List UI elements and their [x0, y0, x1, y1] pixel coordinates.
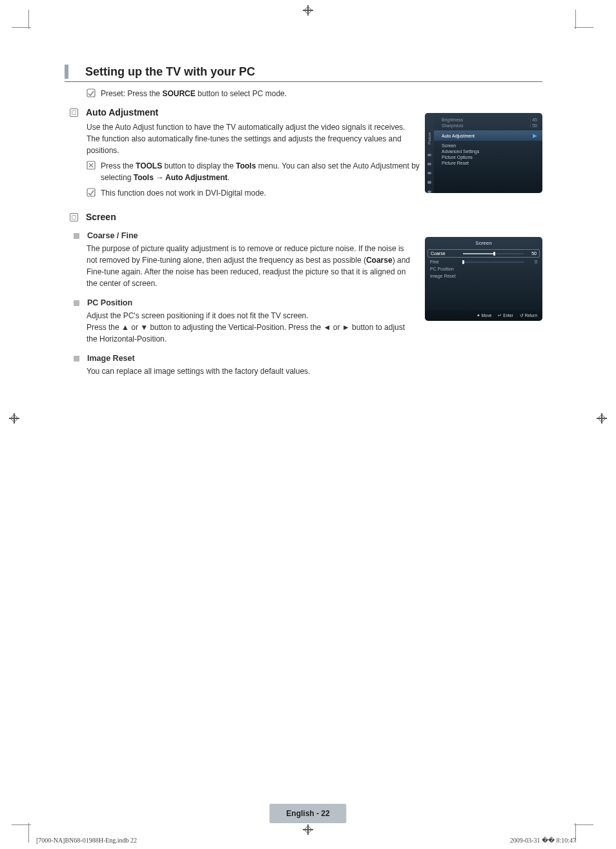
image-reset-body: You can replace all image settings with …: [87, 365, 416, 377]
osd-fine-row: Fine 0: [430, 258, 537, 265]
osd-move-hint: ✦ Move: [477, 313, 492, 318]
preset-note: Preset: Press the SOURCE button to selec…: [87, 88, 542, 99]
subsection-marker-icon: [70, 108, 78, 117]
osd-screen-footer: ✦ Move ↵ Enter ↺ Return: [425, 311, 542, 321]
crop-mark: [28, 10, 29, 29]
osd-enter-hint: ↵ Enter: [498, 313, 513, 318]
subsection-marker-icon: [70, 213, 78, 221]
osd-item: Picture Reset: [442, 160, 537, 166]
osd-auto-adjustment-row: Auto Adjustment ▶: [434, 130, 542, 141]
section-heading-row: Setting up the TV with your PC: [65, 65, 542, 82]
document-timestamp-footer: 2009-03-31 �� 8:10:47: [510, 837, 576, 844]
crop-mark: [28, 823, 29, 843]
osd-main: Brightness : 45 Sharpness : 50 Auto Adju…: [434, 113, 542, 170]
osd-picture-menu: Picture Brightness : 45 Sharpness : 50 A…: [425, 113, 542, 193]
page-content: Setting up the TV with your PC Preset: P…: [65, 65, 542, 377]
pc-position-line1: Adjust the PC's screen positioning if it…: [87, 310, 416, 322]
osd-coarse-row: Coarse 50: [427, 249, 540, 258]
osd-sidebar-dot-icon: [427, 172, 431, 174]
osd-brightness-row: Brightness : 45: [442, 117, 537, 123]
crop-mark: [575, 10, 576, 29]
coarse-fine-body: The purpose of picture quality adjustmen…: [87, 243, 416, 289]
svg-rect-2: [87, 189, 95, 196]
osd-item: Screen: [442, 143, 537, 148]
registration-mark-bottom: [303, 824, 313, 835]
page-title: Setting up the TV with your PC: [85, 65, 255, 79]
screen-heading: Screen: [65, 212, 542, 222]
osd-screen-title: Screen: [425, 237, 542, 249]
osd-screen-body: Coarse 50 Fine 0 PC Position Image Res: [425, 249, 542, 280]
tools-text: Press the TOOLS button to display the To…: [101, 160, 422, 183]
note-icon: [87, 88, 97, 97]
note-icon: [87, 188, 97, 200]
osd-sidebar-dot-icon: [427, 181, 431, 183]
osd-slider: [462, 261, 524, 263]
osd-slider: [463, 253, 524, 254]
svg-rect-0: [87, 89, 95, 97]
crop-mark: [12, 824, 31, 825]
registration-mark-top: [303, 5, 313, 15]
item-marker-icon: [74, 300, 79, 306]
crop-mark: [574, 824, 593, 825]
heading-marker-icon: [65, 65, 68, 79]
osd-sidebar: Picture: [425, 113, 434, 193]
image-reset-heading: Image Reset: [74, 354, 542, 363]
auto-adjustment-body: Use the Auto Adjust function to have the…: [87, 121, 416, 156]
osd-sidebar-dot-icon: [427, 154, 431, 156]
osd-sidebar-label: Picture: [427, 132, 431, 145]
osd-arrow-right-icon: ▶: [533, 132, 537, 139]
osd-screen-menu: Screen Coarse 50 Fine 0 PC Position: [425, 237, 542, 321]
registration-mark-left: [9, 413, 19, 424]
pc-position-line2: Press the ▲ or ▼ button to adjusting the…: [87, 322, 416, 345]
tools-note: Press the TOOLS button to display the To…: [87, 160, 422, 183]
osd-sidebar-dot-icon: [427, 190, 431, 193]
registration-mark-right: [597, 413, 607, 424]
tools-icon: [87, 161, 97, 173]
item-marker-icon: [74, 233, 79, 239]
osd-pc-position-row: PC Position: [430, 265, 537, 272]
crop-mark: [574, 27, 593, 28]
page-number-badge: English - 22: [269, 804, 346, 823]
osd-item: Advanced Settings: [442, 148, 537, 154]
osd-sidebar-dot-icon: [427, 163, 431, 165]
crop-mark: [12, 27, 31, 28]
osd-return-hint: ↺ Return: [520, 313, 537, 318]
item-marker-icon: [74, 356, 79, 362]
osd-image-reset-row: Image Reset: [430, 272, 537, 280]
dvi-note: This function does not work in DVI-Digit…: [87, 187, 422, 200]
osd-item: Picture Options: [442, 154, 537, 160]
dvi-note-text: This function does not work in DVI-Digit…: [101, 187, 266, 199]
osd-sharpness-row: Sharpness : 50: [442, 123, 537, 128]
document-path-footer: [7000-NA]BN68-01988H-Eng.indb 22: [36, 837, 137, 844]
preset-text: Preset: Press the SOURCE button to selec…: [101, 88, 287, 99]
